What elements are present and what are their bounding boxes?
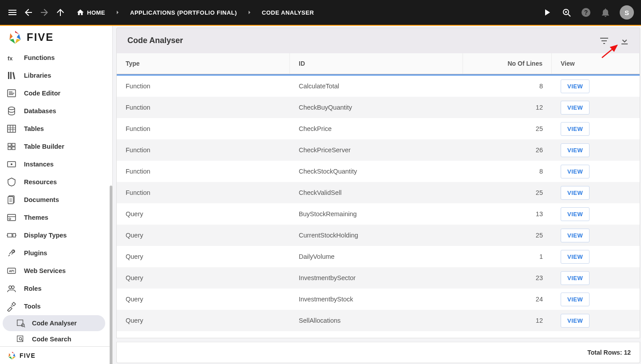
view-button[interactable]: VIEW	[561, 122, 590, 136]
view-button[interactable]: VIEW	[561, 271, 590, 285]
sidebar-item-code-editor[interactable]: Code Editor	[0, 84, 112, 102]
cell-view: VIEW	[552, 101, 640, 115]
cell-view: VIEW	[552, 122, 640, 136]
forward-icon[interactable]	[39, 7, 50, 18]
cell-type: Query	[117, 210, 290, 218]
footer-logo[interactable]: FIVE	[0, 346, 112, 364]
svg-rect-9	[12, 143, 15, 146]
view-button[interactable]: VIEW	[561, 165, 590, 178]
breadcrumb: HOME APPLICATIONS (PORTFOLIO FINAL) CODE…	[76, 8, 314, 16]
sidebar-item-label: Instances	[24, 161, 54, 168]
th-id[interactable]: ID	[290, 53, 463, 74]
svg-point-6	[8, 107, 15, 110]
cell-type: Function	[117, 104, 290, 111]
cell-view: VIEW	[552, 293, 640, 306]
sidebar-item-label: Databases	[24, 107, 56, 115]
sidebar-item-functions[interactable]: fxFunctions	[0, 49, 112, 67]
cell-view: VIEW	[552, 250, 640, 264]
view-button[interactable]: VIEW	[561, 79, 590, 93]
table-row[interactable]: QueryInvestmentbySector23VIEW	[117, 267, 640, 289]
table-row[interactable]: FunctionCheckBuyQuantity12VIEW	[117, 97, 640, 118]
th-lines[interactable]: No Of Lines	[463, 53, 552, 74]
inspect-icon[interactable]	[561, 7, 572, 18]
filter-icon[interactable]	[599, 36, 609, 46]
cell-type: Function	[117, 125, 290, 132]
sidebar-item-label: Display Types	[24, 232, 67, 239]
table-footer: Total Rows: 12	[116, 342, 640, 363]
cell-type: Query	[117, 232, 290, 239]
svg-text:fx: fx	[8, 55, 13, 62]
logo-icon-small	[7, 351, 17, 360]
menu-icon[interactable]	[7, 7, 18, 18]
sidebar-item-instances[interactable]: Instances	[0, 155, 112, 173]
table-row[interactable]: FunctionCheckPriceServer26VIEW	[117, 139, 640, 161]
cell-lines: 12	[463, 317, 552, 324]
sidebar-item-roles[interactable]: Roles	[0, 280, 112, 297]
table-body: FunctionCalculateTotal8VIEWFunctionCheck…	[117, 75, 640, 338]
sidebar-subitem-code-analyser[interactable]: Code Analyser	[3, 315, 105, 331]
sidebar-item-table-builder[interactable]: Table Builder	[0, 138, 112, 155]
sidebar-item-plugins[interactable]: Plugins	[0, 244, 112, 262]
cell-id: CheckBuyQuantity	[290, 104, 463, 111]
sidebar-item-label: Libraries	[24, 72, 51, 79]
table-row[interactable]: QueryCurrentStockHolding25VIEW	[117, 225, 640, 246]
table-row[interactable]: FunctionCheckStockQuantity8VIEW	[117, 161, 640, 182]
sidebar-item-databases[interactable]: Databases	[0, 102, 112, 120]
cell-view: VIEW	[552, 186, 640, 200]
bell-icon[interactable]	[600, 7, 611, 18]
sidebar-item-label: Roles	[24, 285, 42, 292]
table-row[interactable]: FunctionCheckValidSell25VIEW	[117, 182, 640, 203]
topbar: HOME APPLICATIONS (PORTFOLIO FINAL) CODE…	[0, 0, 641, 25]
table-row[interactable]: QueryInvestmentbyStock24VIEW	[117, 289, 640, 310]
avatar[interactable]: S	[620, 5, 634, 20]
scrollbar-thumb[interactable]	[110, 186, 112, 364]
play-icon[interactable]	[542, 7, 552, 18]
page-title: Code Analyser	[127, 36, 589, 45]
total-rows: Total Rows: 12	[587, 349, 631, 356]
sidebar-item-tools[interactable]: Tools	[0, 297, 112, 315]
sidebar-item-libraries[interactable]: Libraries	[0, 67, 112, 84]
table-row[interactable]: FunctionCheckPrice25VIEW	[117, 118, 640, 139]
sidebar-item-display-types[interactable]: Display Types	[0, 226, 112, 244]
view-button[interactable]: VIEW	[561, 186, 590, 200]
sidebar-item-web-services[interactable]: APIWeb Services	[0, 262, 112, 280]
svg-rect-10	[8, 147, 11, 150]
svg-rect-18	[8, 233, 12, 237]
table-row[interactable]: QuerySellAllocations12VIEW	[117, 310, 640, 331]
sidebar-item-documents[interactable]: Documents	[0, 191, 112, 209]
download-icon[interactable]	[619, 36, 630, 46]
view-button[interactable]: VIEW	[561, 293, 590, 306]
view-button[interactable]: VIEW	[561, 101, 590, 115]
view-button[interactable]: VIEW	[561, 314, 590, 328]
logo[interactable]: FIVE	[0, 26, 112, 49]
sidebar-item-themes[interactable]: Themes	[0, 209, 112, 226]
view-button[interactable]: VIEW	[561, 250, 590, 264]
th-type[interactable]: Type	[117, 53, 290, 74]
help-icon[interactable]: ?	[581, 7, 591, 18]
cell-lines: 23	[463, 274, 552, 281]
svg-rect-11	[12, 147, 15, 150]
view-button[interactable]: VIEW	[561, 143, 590, 157]
table: Type ID No Of Lines View FunctionCalcula…	[116, 53, 640, 338]
back-icon[interactable]	[23, 7, 34, 18]
breadcrumb-home[interactable]: HOME	[76, 8, 105, 16]
svg-rect-7	[8, 125, 16, 132]
sidebar-item-resources[interactable]: Resources	[0, 173, 112, 191]
view-button[interactable]: VIEW	[561, 207, 590, 221]
cell-id: CheckPrice	[290, 125, 463, 132]
up-icon[interactable]	[55, 7, 66, 18]
cell-view: VIEW	[552, 314, 640, 328]
cell-lines: 24	[463, 296, 552, 303]
table-row[interactable]: FunctionCalculateTotal8VIEW	[117, 75, 640, 97]
chevron-right-icon	[246, 9, 253, 16]
table-row[interactable]: QueryDailyVolume1VIEW	[117, 246, 640, 267]
table-row[interactable]: QueryBuyStockRemaining13VIEW	[117, 203, 640, 225]
card: Code Analyser Type ID No Of Lines View F…	[116, 28, 640, 363]
sidebar-item-tables[interactable]: Tables	[0, 120, 112, 138]
breadcrumb-applications[interactable]: APPLICATIONS (PORTFOLIO FINAL)	[130, 9, 237, 16]
cell-view: VIEW	[552, 271, 640, 285]
sidebar-subitem-code-search[interactable]: Code Search	[3, 331, 105, 346]
view-button[interactable]: VIEW	[561, 229, 590, 242]
cell-id: CheckPriceServer	[290, 146, 463, 154]
breadcrumb-current[interactable]: CODE ANALYSER	[262, 9, 314, 16]
